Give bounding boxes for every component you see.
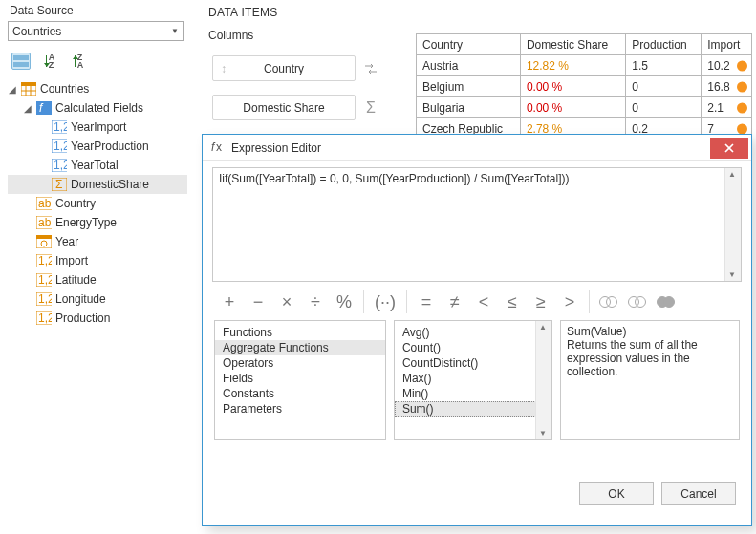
tree-label: Import [55,254,88,267]
op-gt-button[interactable]: > [556,289,583,314]
dropdown-arrow-icon: ▼ [171,27,179,35]
col-header[interactable]: Import [702,34,752,55]
numeric-field-icon: 1,2 [52,139,67,154]
list-item[interactable]: Aggregate Functions [215,340,385,355]
sort-asc-button[interactable]: AZ [40,53,59,70]
cell-share: 0.00 % [520,76,625,97]
cancel-button[interactable]: Cancel [661,482,736,505]
numeric-field-icon: 1,2 [36,291,52,307]
list-item[interactable]: Constants [215,386,385,401]
text-field-icon: ab [36,215,52,230]
tree-node-root[interactable]: ◢ Countries [8,79,187,98]
separator [406,290,407,313]
scrollbar-vertical[interactable]: ▲▼ [535,321,551,439]
cell-country: Austria [417,55,521,76]
col-header[interactable]: Country [417,34,521,55]
svg-point-23 [41,241,47,246]
aggregate-button[interactable]: Σ [361,98,380,117]
op-multiply-button[interactable]: × [273,289,300,314]
scroll-up-icon[interactable]: ▲ [539,323,547,331]
table-icon [21,81,36,96]
col-header[interactable]: Domestic Share [520,34,625,55]
numeric-field-icon: 1,2 [52,119,67,135]
tree-label: YearTotal [71,159,119,172]
op-lte-button[interactable]: ≤ [499,289,526,314]
expander-icon[interactable]: ◢ [8,84,17,95]
svg-text:1,2: 1,2 [38,273,52,287]
tree-node-calc-field-selected[interactable]: Σ DomesticShare [8,175,187,194]
swap-button[interactable] [361,59,380,78]
op-neq-button[interactable]: ≠ [442,289,468,314]
tree-node-field[interactable]: ab EnergyType [8,213,187,232]
op-paren-button[interactable]: (··) [370,289,400,314]
tree-node-calc-field[interactable]: 1,2 YearImport [8,117,187,137]
tree-node-field[interactable]: Year [8,232,187,251]
col-header[interactable]: Production [626,34,702,55]
op-plus-button[interactable]: + [216,289,243,314]
numeric-field-icon: 1,2 [52,158,67,173]
list-item[interactable]: CountDistinct() [395,355,551,371]
tree-node-field[interactable]: 1,2 Production [8,309,187,328]
op-divide-button[interactable]: ÷ [302,289,329,314]
data-item-row: Domestic Share Σ [212,95,411,120]
status-dot-icon [737,60,747,71]
status-dot-icon [737,102,747,113]
scroll-up-icon[interactable]: ▲ [728,170,736,179]
svg-rect-1 [13,62,29,67]
scroll-down-icon[interactable]: ▼ [728,270,736,279]
list-item[interactable]: Min() [395,386,551,401]
svg-text:x: x [216,140,222,153]
svg-rect-3 [21,82,36,86]
tree-node-field[interactable]: 1,2 Import [8,251,187,270]
list-item[interactable]: Functions [215,325,385,340]
data-item-pill[interactable]: Domestic Share [212,95,356,120]
table-row[interactable]: Belgium 0.00 % 0 16.8 [417,76,752,97]
view-flat-button[interactable] [11,53,31,70]
tree-node-calc-field[interactable]: 1,2 YearProduction [8,137,187,156]
tree-node-field[interactable]: ab Country [8,194,187,213]
tree-label: Latitude [55,273,97,287]
svg-text:1,2: 1,2 [54,159,67,172]
tree-label: Longitude [55,292,106,306]
op-or-button[interactable] [624,289,651,314]
scrollbar-vertical[interactable]: ▲▼ [724,168,741,281]
list-item[interactable]: Avg() [395,325,551,340]
list-item[interactable]: Count() [395,340,551,355]
scroll-down-icon[interactable]: ▼ [539,429,547,438]
cell-production: 0 [626,97,702,118]
dialog-titlebar[interactable]: fx Expression Editor [203,135,751,161]
columns-label: Columns [206,29,411,48]
tree-node-field[interactable]: 1,2 Latitude [8,270,187,289]
description-body: Returns the sum of all the expression va… [567,338,733,378]
drag-handle-icon[interactable]: ↕ [213,62,234,75]
tree-node-field[interactable]: 1,2 Longitude [8,289,187,309]
functions-listbox[interactable]: Avg()Count()CountDistinct()Max()Min()Sum… [394,320,552,440]
tree-node-calc-field[interactable]: 1,2 YearTotal [8,156,187,175]
list-item[interactable]: Max() [395,371,551,386]
close-button[interactable] [710,138,748,159]
op-minus-button[interactable]: − [245,289,271,314]
numeric-field-icon: 1,2 [36,310,52,326]
tree-node-calc-group[interactable]: ◢ f Calculated Fields [8,98,187,117]
list-item[interactable]: Fields [215,371,385,386]
op-not-button[interactable] [653,289,680,314]
list-item[interactable]: Sum() [395,401,551,417]
op-lt-button[interactable]: < [470,289,497,314]
sort-desc-button[interactable]: ZA [69,53,88,70]
list-item[interactable]: Parameters [215,401,385,417]
data-source-select[interactable]: Countries ▼ [8,21,184,41]
expander-icon[interactable]: ◢ [23,103,32,114]
categories-listbox[interactable]: FunctionsAggregate FunctionsOperatorsFie… [214,320,386,440]
data-source-panel: Data Source Countries ▼ AZ ZA ◢ Countrie… [0,0,191,534]
table-row[interactable]: Bulgaria 0.00 % 0 2.1 [417,97,752,118]
data-item-pill[interactable]: ↕ Country [212,55,356,81]
op-and-button[interactable] [595,289,622,314]
table-row[interactable]: Austria 12.82 % 1.5 10.2 [417,55,752,76]
list-item[interactable]: Operators [215,355,385,371]
expression-textarea[interactable]: Iif(Sum([YearTotal]) = 0, 0, Sum([YearPr… [212,167,742,282]
data-source-value: Countries [12,25,61,38]
op-eq-button[interactable]: = [413,289,440,314]
ok-button[interactable]: OK [579,482,654,505]
op-percent-button[interactable]: % [331,289,357,314]
op-gte-button[interactable]: ≥ [528,289,554,314]
